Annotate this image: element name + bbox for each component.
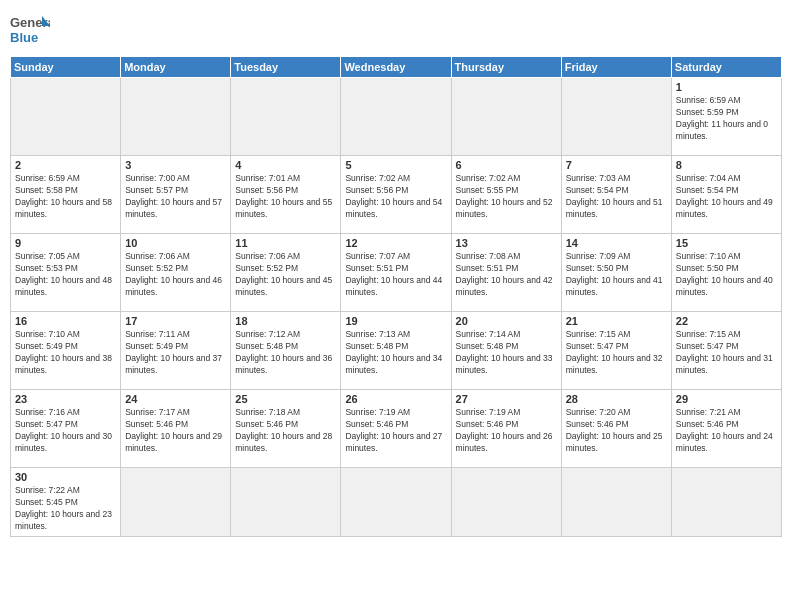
day-number: 4: [235, 159, 336, 171]
calendar-cell: 5Sunrise: 7:02 AM Sunset: 5:56 PM Daylig…: [341, 156, 451, 234]
day-info: Sunrise: 7:14 AM Sunset: 5:48 PM Dayligh…: [456, 329, 557, 377]
calendar-cell: 23Sunrise: 7:16 AM Sunset: 5:47 PM Dayli…: [11, 390, 121, 468]
day-info: Sunrise: 7:20 AM Sunset: 5:46 PM Dayligh…: [566, 407, 667, 455]
day-number: 5: [345, 159, 446, 171]
day-info: Sunrise: 7:03 AM Sunset: 5:54 PM Dayligh…: [566, 173, 667, 221]
calendar-cell: 22Sunrise: 7:15 AM Sunset: 5:47 PM Dayli…: [671, 312, 781, 390]
calendar-cell: 7Sunrise: 7:03 AM Sunset: 5:54 PM Daylig…: [561, 156, 671, 234]
calendar-cell: 20Sunrise: 7:14 AM Sunset: 5:48 PM Dayli…: [451, 312, 561, 390]
day-number: 7: [566, 159, 667, 171]
day-number: 29: [676, 393, 777, 405]
day-info: Sunrise: 7:22 AM Sunset: 5:45 PM Dayligh…: [15, 485, 116, 533]
day-number: 20: [456, 315, 557, 327]
day-info: Sunrise: 7:06 AM Sunset: 5:52 PM Dayligh…: [125, 251, 226, 299]
weekday-header-thursday: Thursday: [451, 57, 561, 78]
day-info: Sunrise: 7:06 AM Sunset: 5:52 PM Dayligh…: [235, 251, 336, 299]
day-info: Sunrise: 7:15 AM Sunset: 5:47 PM Dayligh…: [676, 329, 777, 377]
calendar-cell: 21Sunrise: 7:15 AM Sunset: 5:47 PM Dayli…: [561, 312, 671, 390]
day-number: 13: [456, 237, 557, 249]
weekday-header-monday: Monday: [121, 57, 231, 78]
day-info: Sunrise: 7:17 AM Sunset: 5:46 PM Dayligh…: [125, 407, 226, 455]
calendar-cell: 19Sunrise: 7:13 AM Sunset: 5:48 PM Dayli…: [341, 312, 451, 390]
day-info: Sunrise: 7:19 AM Sunset: 5:46 PM Dayligh…: [456, 407, 557, 455]
calendar-cell: 16Sunrise: 7:10 AM Sunset: 5:49 PM Dayli…: [11, 312, 121, 390]
week-row-3: 9Sunrise: 7:05 AM Sunset: 5:53 PM Daylig…: [11, 234, 782, 312]
weekday-header-wednesday: Wednesday: [341, 57, 451, 78]
day-number: 21: [566, 315, 667, 327]
calendar-cell: [671, 468, 781, 537]
calendar-cell: 1Sunrise: 6:59 AM Sunset: 5:59 PM Daylig…: [671, 78, 781, 156]
week-row-6: 30Sunrise: 7:22 AM Sunset: 5:45 PM Dayli…: [11, 468, 782, 537]
day-number: 25: [235, 393, 336, 405]
day-number: 8: [676, 159, 777, 171]
day-number: 10: [125, 237, 226, 249]
calendar-cell: 2Sunrise: 6:59 AM Sunset: 5:58 PM Daylig…: [11, 156, 121, 234]
day-number: 14: [566, 237, 667, 249]
calendar-cell: 14Sunrise: 7:09 AM Sunset: 5:50 PM Dayli…: [561, 234, 671, 312]
day-number: 16: [15, 315, 116, 327]
day-number: 18: [235, 315, 336, 327]
calendar-cell: [231, 78, 341, 156]
calendar-cell: 25Sunrise: 7:18 AM Sunset: 5:46 PM Dayli…: [231, 390, 341, 468]
day-info: Sunrise: 7:18 AM Sunset: 5:46 PM Dayligh…: [235, 407, 336, 455]
calendar-cell: 11Sunrise: 7:06 AM Sunset: 5:52 PM Dayli…: [231, 234, 341, 312]
page: General Blue SundayMondayTuesdayWednesda…: [0, 0, 792, 612]
day-number: 27: [456, 393, 557, 405]
calendar-cell: [561, 468, 671, 537]
calendar-cell: [231, 468, 341, 537]
day-info: Sunrise: 7:09 AM Sunset: 5:50 PM Dayligh…: [566, 251, 667, 299]
calendar-cell: [341, 78, 451, 156]
day-info: Sunrise: 6:59 AM Sunset: 5:58 PM Dayligh…: [15, 173, 116, 221]
calendar-cell: 12Sunrise: 7:07 AM Sunset: 5:51 PM Dayli…: [341, 234, 451, 312]
calendar-cell: 17Sunrise: 7:11 AM Sunset: 5:49 PM Dayli…: [121, 312, 231, 390]
weekday-header-sunday: Sunday: [11, 57, 121, 78]
logo-svg: General Blue: [10, 14, 50, 50]
day-number: 12: [345, 237, 446, 249]
day-number: 23: [15, 393, 116, 405]
day-info: Sunrise: 7:00 AM Sunset: 5:57 PM Dayligh…: [125, 173, 226, 221]
week-row-2: 2Sunrise: 6:59 AM Sunset: 5:58 PM Daylig…: [11, 156, 782, 234]
calendar-cell: [561, 78, 671, 156]
day-info: Sunrise: 7:12 AM Sunset: 5:48 PM Dayligh…: [235, 329, 336, 377]
calendar: SundayMondayTuesdayWednesdayThursdayFrid…: [10, 56, 782, 537]
day-info: Sunrise: 7:01 AM Sunset: 5:56 PM Dayligh…: [235, 173, 336, 221]
day-number: 9: [15, 237, 116, 249]
weekday-header-tuesday: Tuesday: [231, 57, 341, 78]
day-number: 28: [566, 393, 667, 405]
day-number: 6: [456, 159, 557, 171]
calendar-cell: 27Sunrise: 7:19 AM Sunset: 5:46 PM Dayli…: [451, 390, 561, 468]
calendar-cell: 3Sunrise: 7:00 AM Sunset: 5:57 PM Daylig…: [121, 156, 231, 234]
day-info: Sunrise: 7:07 AM Sunset: 5:51 PM Dayligh…: [345, 251, 446, 299]
calendar-cell: [11, 78, 121, 156]
day-number: 30: [15, 471, 116, 483]
week-row-1: 1Sunrise: 6:59 AM Sunset: 5:59 PM Daylig…: [11, 78, 782, 156]
day-number: 2: [15, 159, 116, 171]
week-row-4: 16Sunrise: 7:10 AM Sunset: 5:49 PM Dayli…: [11, 312, 782, 390]
calendar-cell: [451, 468, 561, 537]
header-area: General Blue: [10, 10, 782, 50]
svg-text:Blue: Blue: [10, 30, 38, 45]
day-number: 15: [676, 237, 777, 249]
calendar-cell: 13Sunrise: 7:08 AM Sunset: 5:51 PM Dayli…: [451, 234, 561, 312]
calendar-cell: 24Sunrise: 7:17 AM Sunset: 5:46 PM Dayli…: [121, 390, 231, 468]
day-info: Sunrise: 7:02 AM Sunset: 5:55 PM Dayligh…: [456, 173, 557, 221]
day-info: Sunrise: 7:15 AM Sunset: 5:47 PM Dayligh…: [566, 329, 667, 377]
calendar-cell: 18Sunrise: 7:12 AM Sunset: 5:48 PM Dayli…: [231, 312, 341, 390]
day-number: 3: [125, 159, 226, 171]
day-info: Sunrise: 7:11 AM Sunset: 5:49 PM Dayligh…: [125, 329, 226, 377]
calendar-cell: 6Sunrise: 7:02 AM Sunset: 5:55 PM Daylig…: [451, 156, 561, 234]
weekday-header-friday: Friday: [561, 57, 671, 78]
day-number: 19: [345, 315, 446, 327]
calendar-cell: [121, 78, 231, 156]
weekday-header-row: SundayMondayTuesdayWednesdayThursdayFrid…: [11, 57, 782, 78]
day-info: Sunrise: 7:10 AM Sunset: 5:49 PM Dayligh…: [15, 329, 116, 377]
day-info: Sunrise: 7:02 AM Sunset: 5:56 PM Dayligh…: [345, 173, 446, 221]
calendar-cell: [121, 468, 231, 537]
day-info: Sunrise: 7:21 AM Sunset: 5:46 PM Dayligh…: [676, 407, 777, 455]
day-number: 11: [235, 237, 336, 249]
day-info: Sunrise: 7:10 AM Sunset: 5:50 PM Dayligh…: [676, 251, 777, 299]
calendar-cell: 10Sunrise: 7:06 AM Sunset: 5:52 PM Dayli…: [121, 234, 231, 312]
calendar-cell: 4Sunrise: 7:01 AM Sunset: 5:56 PM Daylig…: [231, 156, 341, 234]
day-number: 26: [345, 393, 446, 405]
day-info: Sunrise: 7:08 AM Sunset: 5:51 PM Dayligh…: [456, 251, 557, 299]
